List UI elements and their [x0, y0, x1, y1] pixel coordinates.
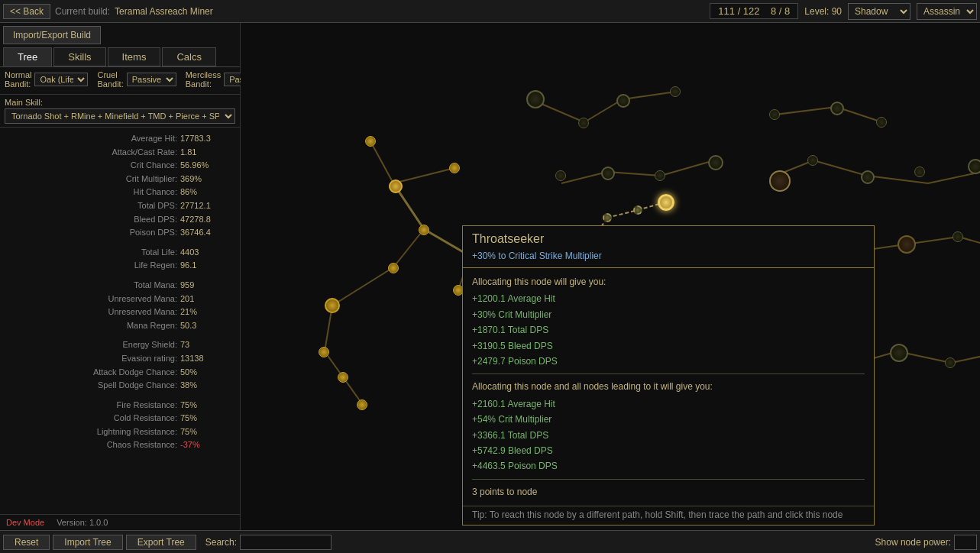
- import-export-button[interactable]: Import/Export Build: [3, 26, 101, 44]
- cruel-bandit-select[interactable]: Passive Oak Alira Kraityn: [127, 73, 176, 86]
- tree-node-2[interactable]: [419, 225, 429, 235]
- stat-energy-shield: Energy Shield: 73: [6, 338, 234, 352]
- tree-node-upper-13[interactable]: [861, 170, 875, 184]
- tree-node-upper-7[interactable]: [655, 170, 665, 181]
- svg-line-23: [775, 107, 836, 115]
- svg-line-19: [661, 160, 714, 176]
- search-label: Search:: [205, 537, 237, 548]
- tree-node-upper-2[interactable]: [578, 118, 589, 128]
- current-build-label: Current build:: [55, 6, 110, 17]
- tree-node-char[interactable]: [325, 298, 340, 313]
- stat-crit-chance: Crit Chance: 56.96%: [6, 159, 234, 173]
- stat-poison-dps: Poison DPS: 36746.4: [6, 226, 234, 240]
- tree-node-upper-11[interactable]: [876, 117, 887, 128]
- stat-lightning-res: Lightning Resistance: 75%: [6, 425, 234, 439]
- tree-node-8[interactable]: [319, 347, 329, 357]
- points-value: 111 / 122: [718, 5, 759, 17]
- stat-evasion: Evasion rating: 13138: [6, 352, 234, 366]
- tree-node-5[interactable]: [449, 163, 460, 173]
- tabs: Tree Skills Items Calcs: [0, 47, 240, 67]
- tree-node-throatseeker[interactable]: [658, 194, 674, 211]
- reset-button[interactable]: Reset: [3, 535, 50, 550]
- tooltip-body: Allocating this node will give you: +120…: [463, 268, 874, 506]
- tooltip-points: 3 points to node: [472, 484, 865, 500]
- stat-spell-dodge: Spell Dodge Chance: 38%: [6, 379, 234, 393]
- tooltip-subtitle: +30% to Critical Strike Multiplier: [463, 249, 874, 268]
- cruel-bandit-label: Cruel Bandit:: [97, 70, 123, 89]
- ascendancy-value: 8 / 8: [771, 5, 790, 17]
- tree-node-upper-4[interactable]: [670, 86, 681, 97]
- tree-node-unalloc-6[interactable]: [953, 231, 963, 242]
- merciless-bandit-label: Merciless Bandit:: [186, 70, 221, 89]
- tree-node-lower-5[interactable]: [890, 344, 908, 362]
- stat-attack-cast: Attack/Cast Rate: 1.81: [6, 146, 234, 160]
- tree-node-path-1[interactable]: [603, 213, 612, 222]
- import-tree-button[interactable]: Import Tree: [53, 535, 122, 550]
- top-bar: << Back Current build: Teramal Assreach …: [0, 0, 980, 23]
- tree-node-upper-3[interactable]: [616, 94, 630, 108]
- tree-node-10[interactable]: [357, 399, 367, 410]
- tree-node-1[interactable]: [388, 263, 399, 273]
- show-node-power-label: Show node power:: [875, 537, 951, 548]
- tab-items[interactable]: Items: [108, 47, 161, 66]
- node-power-input[interactable]: [954, 535, 977, 550]
- stat-fire-res: Fire Resistance: 75%: [6, 399, 234, 412]
- dev-version-row: Dev Mode Version: 1.0.0: [0, 514, 240, 530]
- tree-node-3[interactable]: [389, 179, 403, 193]
- tooltip-alloc-stat-3: +1870.1 Total DPS: [472, 322, 865, 338]
- tab-tree[interactable]: Tree: [3, 47, 52, 66]
- tooltip-alloc-stat-5: +2479.7 Poison DPS: [472, 354, 865, 369]
- tooltip-alloc-stat-1: +1200.1 Average Hit: [472, 291, 865, 306]
- normal-bandit-select[interactable]: Oak (Life) Passive Alira Kraityn: [34, 73, 88, 86]
- tooltip-path-stat-5: +4463.5 Poison DPS: [472, 458, 865, 474]
- bandits-section: Normal Bandit: Oak (Life) Passive Alira …: [0, 67, 240, 95]
- main-skill-select[interactable]: Tornado Shot + RMine + Minefield + TMD +…: [5, 108, 235, 124]
- svg-line-0: [332, 267, 393, 306]
- build-stats: 111 / 122 8 / 8 Level: 90 Shadow Duelist…: [710, 3, 977, 20]
- svg-line-22: [623, 92, 676, 99]
- stat-hit-chance: Hit Chance: 86%: [6, 186, 234, 199]
- tooltip-title: Throatseeker: [463, 226, 874, 249]
- tooltip-path-stat-3: +3366.1 Total DPS: [472, 428, 865, 443]
- tree-node-upper-12[interactable]: [807, 155, 818, 166]
- stat-total-mana: Total Mana: 959: [6, 279, 234, 293]
- stats-section: Average Hit: 17783.3 Attack/Cast Rate: 1…: [0, 128, 240, 514]
- level-label: Level: 90: [804, 6, 842, 17]
- build-name: Teramal Assreach Miner: [115, 6, 213, 17]
- stat-total-life: Total Life: 4403: [6, 246, 234, 260]
- stat-unreserved-mana-pct: Unreserved Mana: 21%: [6, 306, 234, 319]
- tab-skills[interactable]: Skills: [53, 47, 105, 66]
- class-select[interactable]: Shadow Duelist Marauder Ranger Scion Tem…: [848, 3, 910, 20]
- search-input[interactable]: [240, 535, 332, 550]
- stat-mana-regen: Mana Regen: 50.3: [6, 319, 234, 333]
- tree-node-upper-15[interactable]: [968, 159, 980, 174]
- export-tree-button[interactable]: Export Tree: [126, 535, 196, 550]
- ascendancy-select[interactable]: Assassin Saboteur Trickster: [917, 3, 977, 20]
- tree-area[interactable]: Throatseeker +30% to Critical Strike Mul…: [241, 23, 980, 530]
- tree-node-upper-8[interactable]: [708, 155, 723, 170]
- tree-node-upper-9[interactable]: [769, 109, 780, 120]
- tree-node-upper-10[interactable]: [830, 102, 844, 115]
- tree-node-upper-6[interactable]: [601, 167, 615, 180]
- back-button[interactable]: << Back: [3, 4, 50, 19]
- tooltip-alloc-stat-2: +30% Crit Multiplier: [472, 307, 865, 322]
- tree-node-upper-5[interactable]: [555, 170, 566, 181]
- svg-line-18: [607, 172, 661, 176]
- tab-calcs[interactable]: Calcs: [162, 47, 216, 66]
- points-stat: 111 / 122 8 / 8: [710, 3, 798, 19]
- tree-node-upper-1[interactable]: [526, 90, 545, 108]
- main-skill-label: Main Skill:: [5, 98, 235, 107]
- tree-node-unalloc-notable[interactable]: [898, 235, 916, 254]
- tree-node-upper-notable[interactable]: [769, 170, 791, 192]
- tree-node-4[interactable]: [365, 136, 376, 147]
- bottom-bar: Reset Import Tree Export Tree Search: Sh…: [0, 530, 980, 553]
- tree-node-lower-6[interactable]: [945, 357, 956, 368]
- tree-node-upper-14[interactable]: [914, 167, 925, 177]
- tree-node-9[interactable]: [338, 372, 348, 383]
- bandit-normal-row: Normal Bandit: Oak (Life) Passive Alira …: [5, 70, 235, 89]
- tree-node-path-2[interactable]: [633, 205, 642, 215]
- stat-cold-res: Cold Resistance: 75%: [6, 412, 234, 425]
- stat-attack-dodge: Attack Dodge Chance: 50%: [6, 366, 234, 380]
- stat-bleed-dps: Bleed DPS: 47278.8: [6, 213, 234, 227]
- stat-total-dps: Total DPS: 27712.1: [6, 199, 234, 213]
